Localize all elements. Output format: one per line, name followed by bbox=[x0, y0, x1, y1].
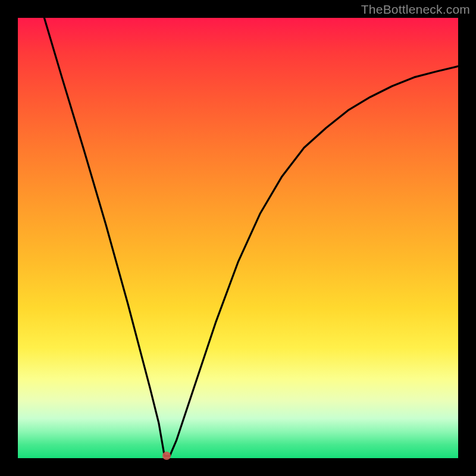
chart-frame: TheBottleneck.com bbox=[0, 0, 476, 476]
plot-area bbox=[18, 18, 458, 458]
watermark-text: TheBottleneck.com bbox=[361, 2, 470, 17]
optimal-point-marker bbox=[162, 452, 171, 460]
bottleneck-curve bbox=[18, 18, 458, 458]
